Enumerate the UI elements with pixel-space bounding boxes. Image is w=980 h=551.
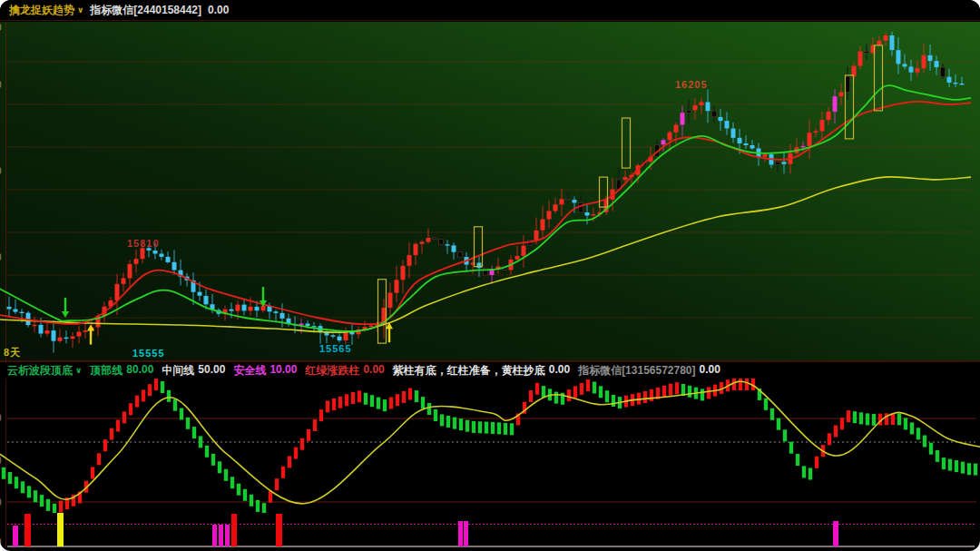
main-indicator-selector[interactable]: 擒龙捉妖趋势 ∨	[9, 3, 83, 18]
price-label: 15565	[319, 343, 352, 354]
sub-indicator-selector[interactable]: 云析波段顶底 ∨	[7, 363, 82, 379]
price-label: 15810	[127, 238, 160, 249]
param-top-line: 顶部线 80.00	[90, 363, 153, 379]
main-indicator-header: 擒龙捉妖趋势 ∨ 指标微信[2440158442] 0.00	[0, 0, 980, 21]
chevron-down-icon: ∨	[75, 366, 82, 375]
svg-text:0: 0	[0, 166, 2, 176]
price-label: 16205	[675, 79, 708, 90]
chevron-down-icon: ∨	[77, 5, 83, 15]
signal-hint: 紫柱有底，红柱准备，黄柱抄底 0.00	[393, 363, 570, 379]
svg-text:0: 0	[0, 252, 2, 262]
sub-indicator-header: 云析波段顶底 ∨ 顶部线 80.00 中间线 50.00 安全线 10.00 红…	[0, 362, 980, 379]
main-indicator-value: 0.00	[208, 4, 229, 16]
trading-app-window: 擒龙捉妖趋势 ∨ 指标微信[2440158442] 0.00 0000 云析波段…	[0, 0, 980, 551]
main-candlestick-chart[interactable]: 0000	[0, 22, 980, 360]
svg-text:0: 0	[0, 537, 2, 547]
param-updown-bars: 红绿涨跌柱 0.00	[305, 363, 384, 379]
svg-text:0: 0	[0, 497, 2, 507]
svg-text:0: 0	[0, 456, 2, 466]
param-safe-line: 安全线 10.00	[233, 363, 297, 379]
signal-bar-strip[interactable]: 0	[0, 513, 980, 551]
oscillator-chart[interactable]: 000	[0, 379, 980, 513]
param-middle-line: 中间线 50.00	[162, 363, 225, 379]
svg-text:0: 0	[0, 23, 2, 33]
price-label: 15555	[132, 348, 165, 359]
sub-indicator-wechat: 指标微信[13156572780] 0.00	[578, 363, 720, 379]
svg-text:0: 0	[0, 413, 2, 423]
main-indicator-wechat-label: 指标微信[2440158442]	[90, 3, 201, 18]
main-indicator-name: 擒龙捉妖趋势	[9, 3, 74, 18]
sub-indicator-name: 云析波段顶底	[7, 363, 73, 379]
period-label: 8天	[4, 346, 21, 359]
svg-text:0: 0	[0, 80, 2, 90]
